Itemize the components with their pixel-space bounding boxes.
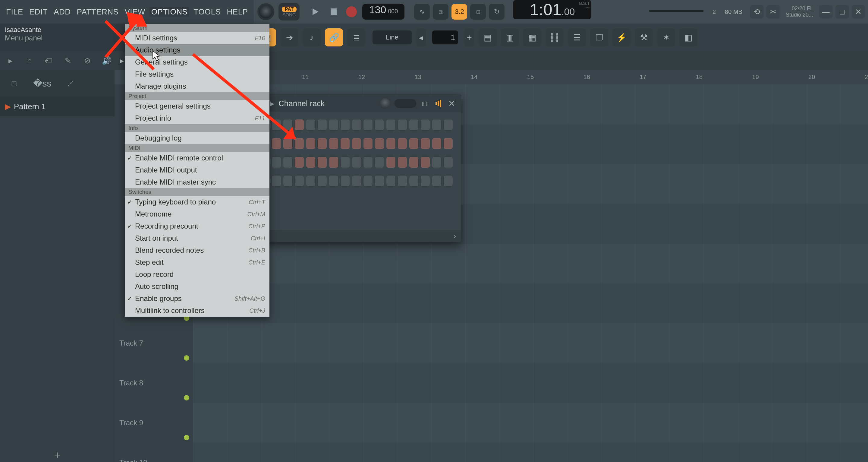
brush-icon[interactable]: ✎ [62,55,74,67]
step-cell[interactable] [294,175,304,187]
step-cell[interactable] [409,138,418,149]
step-cell[interactable] [363,138,373,149]
step-cell[interactable] [283,156,293,168]
step-cell[interactable] [421,138,430,149]
step-cell[interactable] [409,156,418,168]
tool-pl-icon[interactable]: ▤ [478,28,497,47]
menu-item[interactable]: ✓Enable groupsShift+Alt+G [125,292,270,305]
snap-mode[interactable]: Line [373,30,412,44]
step-cell[interactable] [352,119,361,131]
menu-item[interactable]: MetronomeCtrl+M [125,208,270,220]
step-cell[interactable] [317,119,327,131]
track-header[interactable]: Track 8 [115,363,193,403]
tool-pr-icon[interactable]: ▥ [501,28,519,47]
timeline-ruler[interactable]: 9101112131415161718192021 [193,70,868,84]
step-cell[interactable] [398,138,407,149]
step-cell[interactable] [283,119,293,131]
step-cell[interactable] [272,119,281,131]
menu-file[interactable]: FILE [4,7,25,17]
pat-song-toggle[interactable]: PAT SONG [278,3,300,21]
snap-loop-icon[interactable]: ↻ [489,4,504,20]
step-cell[interactable] [317,138,327,149]
step-cell[interactable] [386,156,396,168]
step-left-icon[interactable]: ◂ [416,28,426,47]
step-cell[interactable] [317,175,327,187]
step-cell[interactable] [306,175,315,187]
channel-rack-titlebar[interactable]: ▸ Channel rack ⫾⫾ ✕ [266,95,461,112]
step-cell[interactable] [421,119,430,131]
cut-icon[interactable]: ✂ [767,5,780,19]
menu-edit[interactable]: EDIT [27,7,50,17]
menu-item[interactable]: ✓Enable MIDI remote control [125,152,270,164]
step-right-icon[interactable]: ＋ [464,28,474,47]
step-cell[interactable] [409,119,418,131]
menu-item[interactable]: ✓Typing keyboard to pianoCtrl+T [125,196,270,208]
tool-link-icon[interactable]: 🔗 [325,28,343,47]
magnet-icon[interactable]: ∩ [24,55,36,67]
step-cell[interactable] [386,119,396,131]
tool-note-icon[interactable]: ♪ [303,28,321,47]
ban-icon[interactable]: ⊘ [82,55,93,67]
speaker-icon[interactable]: 🔊 [101,55,113,67]
step-cell[interactable] [398,175,407,187]
step-cell[interactable] [329,156,338,168]
step-cell[interactable] [283,138,293,149]
minimize-icon[interactable]: — [819,5,832,19]
track-lane[interactable] [193,323,868,363]
add-pattern-button[interactable]: ＋ [0,449,115,461]
menu-item[interactable]: Multilink to controllersCtrl+J [125,305,270,317]
tool-ch-icon[interactable]: ▦ [523,28,541,47]
step-cell[interactable] [294,156,304,168]
step-cell[interactable] [398,119,407,131]
step-cell[interactable] [294,138,304,149]
snap-plus-icon[interactable]: ⧉ [470,4,486,20]
playlist-menu-icon[interactable]: ▸ [120,56,124,65]
step-cell[interactable] [386,175,396,187]
track-row[interactable]: Track 8 [115,363,868,403]
step-cell[interactable] [443,119,453,131]
menu-patterns[interactable]: PATTERNS [75,7,121,17]
track-lane[interactable] [193,443,868,462]
picker-tab-auto-icon[interactable]: ⟋ [64,77,77,90]
menu-options[interactable]: OPTIONS [150,7,190,17]
picker-tab-audio-icon[interactable]: �ss [36,77,49,90]
step-cell[interactable] [363,175,373,187]
tool-bird-icon[interactable]: ✶ [657,28,675,47]
step-cell[interactable] [432,138,441,149]
track-row[interactable]: Track 10 [115,443,868,462]
channel-rack-selector[interactable] [395,99,416,108]
tool-hammer-icon[interactable]: ⚒ [635,28,653,47]
step-cell[interactable] [306,156,315,168]
menu-item[interactable]: Audio settings [125,44,270,56]
step-cell[interactable] [421,175,430,187]
step-cell[interactable] [443,175,453,187]
track-row[interactable]: Track 7 [115,323,868,363]
step-cell[interactable] [329,175,338,187]
undo-icon[interactable]: ⟲ [750,5,764,19]
menu-add[interactable]: ADD [52,7,72,17]
channel-rack-graph-icon[interactable]: ⫾⫾ [421,99,430,108]
track-lane[interactable] [193,284,868,323]
track-header[interactable]: Track 9 [115,403,193,443]
channel-rack-swing-knob[interactable] [380,98,390,109]
track-header[interactable]: Track 7 [115,323,193,363]
play-button[interactable] [309,5,322,19]
step-cell[interactable] [432,156,441,168]
menu-item[interactable]: Project infoF11 [125,112,270,124]
step-cell[interactable] [340,138,350,149]
step-cell[interactable] [352,138,361,149]
step-cell[interactable] [409,175,418,187]
menu-item[interactable]: Blend recorded notesCtrl+B [125,244,270,256]
step-cell[interactable] [317,156,327,168]
step-cell[interactable] [375,175,384,187]
menu-help[interactable]: HELP [225,7,250,17]
snap-bar-icon[interactable]: ⧈ [433,4,448,20]
pattern-number[interactable]: 1 [432,30,458,44]
tool-mixer-icon[interactable]: ┇┇ [546,28,564,47]
tool-copy-icon[interactable]: ❐ [590,28,608,47]
record-button[interactable] [346,6,357,17]
step-cell[interactable] [272,156,281,168]
step-cell[interactable] [306,119,315,131]
tempo-display[interactable]: 130 .000 [362,4,404,20]
channel-rack-grid[interactable] [266,112,461,201]
